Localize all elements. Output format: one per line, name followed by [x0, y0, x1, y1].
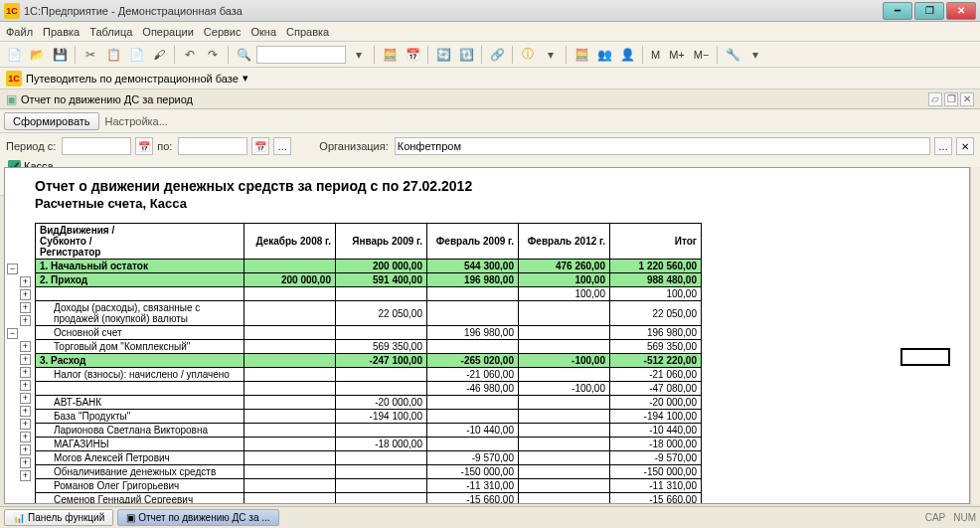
calc2-icon[interactable]: 🧮 [572, 45, 591, 65]
report-title: Отчет о движении денежных средств за пер… [35, 178, 953, 194]
row-name: АВТ-БАНК [36, 396, 245, 410]
guide-icon: 1C [6, 71, 22, 87]
vertical-scrollbar[interactable] [970, 167, 980, 504]
undo-icon[interactable]: ↶ [180, 45, 200, 65]
menu-edit[interactable]: Правка [43, 26, 80, 38]
settings-link[interactable]: Настройка... [105, 115, 168, 127]
cell: 100,00 [519, 287, 610, 301]
row-name: МАГАЗИНЫ [36, 438, 245, 451]
expand-icon[interactable]: + [20, 289, 31, 300]
expand-icon[interactable]: + [20, 470, 31, 481]
cell: 591 400,00 [336, 273, 427, 287]
calendar-from-icon[interactable]: 📅 [135, 137, 153, 155]
org-input[interactable] [395, 137, 930, 155]
period-picker-icon[interactable]: … [273, 137, 291, 155]
cell: -150 000,00 [427, 465, 519, 479]
cell [519, 396, 610, 410]
expand-icon[interactable]: + [20, 276, 31, 287]
form-button[interactable]: Сформировать [4, 112, 99, 130]
org-clear-icon[interactable]: ✕ [956, 137, 974, 155]
tab-max-icon[interactable]: ❐ [944, 92, 958, 106]
expand-icon[interactable]: + [20, 393, 31, 404]
cell: -18 000,00 [610, 438, 702, 451]
expand-icon[interactable]: + [20, 354, 31, 365]
expand-icon[interactable]: + [20, 432, 31, 442]
org-select-icon[interactable]: … [934, 137, 952, 155]
expand-icon[interactable]: + [20, 457, 31, 468]
report-task-button[interactable]: ▣Отчет по движению ДС за ... [117, 509, 278, 526]
row-name: Ларионова Светлана Викторовна [36, 424, 245, 438]
cell: -100,00 [519, 354, 610, 368]
copy-icon[interactable]: 📋 [103, 45, 123, 65]
guide-link[interactable]: Путеводитель по демонстрационной базе [26, 73, 239, 85]
memory-mplus[interactable]: M+ [666, 49, 688, 61]
expand-icon[interactable]: + [20, 380, 31, 391]
calendar-to-icon[interactable]: 📅 [251, 137, 269, 155]
calendar-icon[interactable]: 📅 [403, 45, 422, 65]
expand-icon[interactable]: + [20, 341, 31, 352]
cell: -21 060,00 [427, 368, 519, 382]
refresh-icon[interactable]: 🔄 [433, 45, 453, 65]
new-icon[interactable]: 📄 [4, 45, 24, 65]
menu-table[interactable]: Таблица [89, 26, 132, 38]
expand-icon[interactable]: + [20, 367, 31, 378]
person-icon[interactable]: 👤 [617, 45, 637, 65]
menu-windows[interactable]: Окна [251, 26, 277, 38]
date-from-input[interactable] [62, 137, 131, 155]
tab-restore-icon[interactable]: ▱ [928, 92, 942, 106]
menu-operations[interactable]: Операции [142, 26, 193, 38]
link-icon[interactable]: 🔗 [487, 45, 507, 65]
memory-m[interactable]: M [648, 49, 663, 61]
window-title: 1С:Предприятие - Демонстрационная база [24, 5, 883, 17]
expand-icon[interactable]: − [7, 328, 18, 339]
wrench-icon[interactable]: 🔧 [723, 45, 742, 65]
brush-icon[interactable]: 🖌 [149, 45, 169, 65]
people-icon[interactable]: 👥 [594, 45, 614, 65]
dropdown2-icon[interactable]: ▾ [541, 45, 561, 65]
date-to-input[interactable] [178, 137, 247, 155]
search-icon[interactable]: 🔍 [234, 45, 253, 65]
guide-dropdown-icon[interactable]: ▾ [243, 72, 248, 85]
menu-help[interactable]: Справка [286, 26, 329, 38]
cell [336, 287, 427, 301]
expand-icon[interactable]: + [20, 444, 31, 455]
app-icon: 1C [4, 3, 20, 19]
row-name: Торговый дом "Комплексный" [36, 340, 245, 354]
status-cap: CAP [925, 512, 946, 523]
cell [245, 396, 336, 410]
minimize-button[interactable]: ━ [883, 2, 912, 20]
help-icon[interactable]: ⓘ [518, 45, 538, 65]
save-icon[interactable]: 💾 [50, 45, 70, 65]
report-pane[interactable]: Отчет о движении денежных средств за пер… [4, 167, 970, 504]
expand-icon[interactable]: + [20, 302, 31, 313]
panel-button[interactable]: 📊Панель функций [4, 509, 113, 526]
cell [245, 354, 336, 368]
calc-icon[interactable]: 🧮 [380, 45, 400, 65]
cell: 200 000,00 [245, 273, 336, 287]
memory-mminus[interactable]: M− [691, 49, 713, 61]
maximize-button[interactable]: ❐ [914, 2, 944, 20]
cell [336, 382, 427, 396]
tab-close-icon[interactable]: ✕ [960, 92, 974, 106]
open-icon[interactable]: 📂 [27, 45, 47, 65]
cut-icon[interactable]: ✂ [81, 45, 100, 65]
redo-icon[interactable]: ↷ [203, 45, 223, 65]
cell: -21 060,00 [610, 368, 702, 382]
expand-icon[interactable]: + [20, 419, 31, 430]
dropdown3-icon[interactable]: ▾ [745, 45, 765, 65]
col-2: Февраль 2009 г. [427, 224, 519, 260]
expand-icon[interactable]: − [7, 264, 18, 274]
menu-service[interactable]: Сервис [204, 26, 242, 38]
dropdown-icon[interactable]: ▾ [349, 45, 369, 65]
cell [336, 493, 427, 505]
table-row: Могов Алексей Петрович-9 570,00-9 570,00 [36, 451, 702, 465]
cell: 988 480,00 [610, 273, 702, 287]
search-input[interactable] [256, 46, 346, 64]
table-row: База "Продукты"-194 100,00-194 100,00 [36, 410, 702, 424]
refresh2-icon[interactable]: 🔃 [456, 45, 476, 65]
expand-icon[interactable]: + [20, 406, 31, 417]
menu-file[interactable]: Файл [6, 26, 33, 38]
paste-icon[interactable]: 📄 [126, 45, 146, 65]
expand-icon[interactable]: + [20, 315, 31, 326]
close-button[interactable]: ✕ [946, 2, 976, 20]
